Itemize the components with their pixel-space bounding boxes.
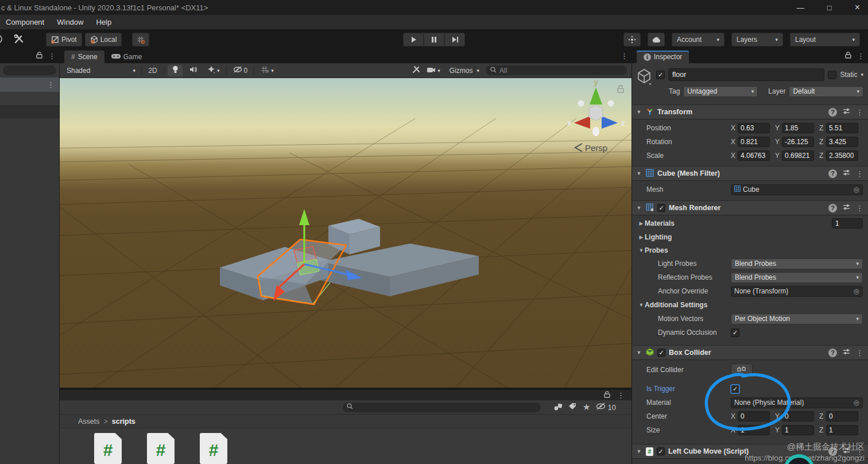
script-enabled-checkbox[interactable]: ✓ — [657, 447, 665, 455]
scene-viewport[interactable]: y x z Persp — [60, 78, 631, 388]
tab-inspector[interactable]: i Inspector — [637, 51, 689, 63]
probes-row[interactable]: ▼ Probes — [632, 243, 868, 257]
pivot-toggle-button[interactable]: Pivot — [46, 33, 82, 47]
axis-neg-cone[interactable] — [608, 100, 614, 107]
mesh-object-field[interactable]: Cube ◎ — [731, 184, 863, 195]
presets-icon[interactable] — [843, 447, 850, 456]
project-visibility-button[interactable]: 10 — [596, 403, 615, 412]
position-x-input[interactable] — [738, 123, 770, 133]
mesh-renderer-enabled-checkbox[interactable]: ✓ — [657, 204, 665, 212]
presets-icon[interactable] — [843, 169, 850, 178]
lighting-row[interactable]: ▶ Lighting — [632, 230, 868, 243]
hierarchy-scene-row[interactable]: ⋮ — [0, 78, 59, 92]
dynamic-occlusion-checkbox[interactable]: ✓ — [731, 328, 739, 337]
play-button[interactable] — [403, 33, 424, 47]
caret-down-icon[interactable]: ▾ — [861, 72, 863, 78]
size-x-input[interactable] — [738, 425, 770, 435]
menu-window[interactable]: Window — [57, 18, 83, 26]
position-y-input[interactable] — [782, 123, 814, 133]
size-z-input[interactable] — [826, 425, 858, 435]
minimize-button[interactable]: — — [797, 3, 804, 12]
rotation-z-input[interactable] — [826, 137, 858, 147]
project-search-input[interactable] — [356, 403, 537, 411]
pause-button[interactable] — [424, 33, 444, 47]
additional-settings-row[interactable]: ▼ Additional Settings — [632, 298, 868, 312]
cloud-button[interactable] — [648, 33, 665, 47]
gizmos-dropdown[interactable]: Gizmos ▾ — [447, 65, 482, 76]
custom-tools-icon[interactable] — [14, 34, 24, 46]
grid-snap-button[interactable] — [132, 33, 149, 47]
menu-dots-icon[interactable]: ⋮ — [856, 108, 863, 117]
axis-neg-cone[interactable] — [592, 127, 599, 136]
csharp-script-file[interactable]: # — [147, 433, 175, 464]
foldout-open-icon[interactable]: ▼ — [638, 248, 645, 253]
position-z-input[interactable] — [826, 123, 858, 133]
script-component-header[interactable]: ▼ # ✓ Left Cube Move (Script) ? ⋮ — [632, 444, 868, 459]
foldout-open-icon[interactable]: ▼ — [636, 205, 642, 211]
help-icon[interactable]: ? — [828, 169, 837, 178]
layer-dropdown[interactable]: Default ▾ — [789, 86, 863, 97]
object-picker-icon[interactable]: ◎ — [854, 287, 859, 295]
lock-icon[interactable] — [36, 52, 42, 60]
foldout-closed-icon[interactable]: ▶ — [638, 221, 645, 226]
account-dropdown[interactable]: Account ▾ — [672, 33, 724, 47]
rotation-y-input[interactable] — [782, 137, 814, 147]
hierarchy-item-row[interactable] — [0, 92, 59, 105]
scene-search-input[interactable] — [499, 67, 622, 75]
gameobject-name-input[interactable] — [668, 68, 824, 81]
scene-lighting-button[interactable] — [168, 65, 183, 76]
local-toggle-button[interactable]: Local — [85, 33, 122, 47]
lock-icon[interactable] — [604, 391, 610, 400]
hierarchy-search-input[interactable] — [3, 65, 56, 75]
rotation-x-input[interactable] — [738, 137, 770, 147]
menu-component[interactable]: Component — [6, 18, 44, 26]
gizmo-center-cube[interactable] — [589, 105, 603, 121]
tag-dropdown[interactable]: Untagged ▾ — [683, 86, 758, 97]
materials-count-field[interactable]: 1 — [832, 218, 863, 229]
layers-dropdown[interactable]: Layers ▾ — [731, 33, 783, 47]
light-probes-dropdown[interactable]: Blend Probes ▾ — [731, 258, 863, 269]
transform-tool-icon[interactable] — [0, 33, 8, 47]
2d-toggle-button[interactable]: 2D — [145, 65, 160, 76]
menu-dots-icon[interactable]: ⋮ — [856, 447, 863, 456]
center-z-input[interactable] — [826, 411, 858, 422]
box-collider-enabled-checkbox[interactable]: ✓ — [657, 349, 665, 357]
scene-visibility-button[interactable]: 0 — [230, 65, 251, 76]
favorites-star-icon[interactable]: ★ — [583, 402, 590, 412]
scene-tools-icon[interactable] — [412, 65, 421, 75]
edit-collider-button[interactable] — [731, 364, 753, 376]
menu-dots-icon[interactable]: ⋮ — [856, 169, 863, 178]
foldout-open-icon[interactable]: ▼ — [636, 448, 642, 454]
csharp-script-file[interactable]: # — [94, 433, 122, 464]
close-button[interactable]: × — [855, 2, 860, 13]
center-x-input[interactable] — [738, 411, 770, 422]
foldout-closed-icon[interactable]: ▶ — [638, 234, 645, 240]
center-y-input[interactable] — [782, 411, 814, 422]
help-icon[interactable]: ? — [828, 349, 837, 357]
scene-audio-button[interactable] — [186, 65, 201, 76]
maximize-button[interactable]: □ — [827, 3, 832, 12]
help-icon[interactable]: ? — [828, 447, 837, 456]
gameobject-active-checkbox[interactable]: ✓ — [656, 71, 665, 79]
menu-dots-icon[interactable]: ⋮ — [857, 52, 865, 60]
scene-camera-dropdown[interactable]: ▾ — [424, 65, 443, 76]
motion-vectors-dropdown[interactable]: Per Object Motion ▾ — [731, 314, 863, 324]
box-collider-header[interactable]: ▼ ✓ Box Collider ? ⋮ — [632, 345, 868, 360]
hierarchy-item-row[interactable] — [0, 105, 59, 118]
scale-y-input[interactable] — [782, 150, 814, 161]
step-button[interactable] — [444, 33, 465, 47]
transform-header[interactable]: ▼ Transform ? ⋮ — [632, 105, 868, 119]
search-by-type-icon[interactable] — [553, 403, 563, 412]
scene-grid-dropdown[interactable]: Y ▾ — [258, 65, 277, 76]
lock-icon[interactable] — [845, 52, 851, 60]
object-picker-icon[interactable]: ◎ — [854, 185, 859, 194]
csharp-script-file[interactable]: # — [200, 433, 227, 464]
persp-label[interactable]: Persp — [585, 143, 607, 153]
menu-dots-icon[interactable]: ⋮ — [617, 391, 625, 400]
foldout-open-icon[interactable]: ▼ — [636, 171, 642, 176]
menu-dots-icon[interactable]: ⋮ — [48, 52, 56, 60]
anchor-override-field[interactable]: None (Transform) ◎ — [731, 286, 863, 297]
project-search-field[interactable] — [343, 403, 541, 412]
mesh-filter-header[interactable]: ▼ Cube (Mesh Filter) ? ⋮ — [632, 166, 868, 181]
breadcrumb-scripts[interactable]: scripts — [112, 417, 135, 426]
